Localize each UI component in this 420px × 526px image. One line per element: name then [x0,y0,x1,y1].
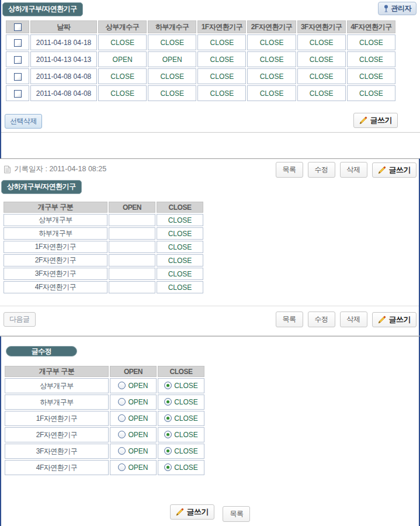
cell-value: CLOSE [247,51,296,67]
row-label: 2F자연환기구 [5,427,109,442]
table-row: 4F자연환기구 CLOSE [4,281,203,293]
header-row: 날짜 상부개수구 하부개수구 1F자연환기구 2F자연환기구 3F자연환기구 4… [6,20,395,33]
open-radio[interactable] [118,431,126,438]
row-label: 4F자연환기구 [5,460,109,475]
cell-value: CLOSE [297,34,346,50]
open-cell [109,241,155,253]
column-header: 날짜 [30,20,97,33]
row-label: 3F자연환기구 [4,268,107,280]
row-date[interactable]: 2011-04-08 04-08 [30,85,97,101]
open-radio[interactable] [118,382,126,389]
pencil-icon [378,316,386,324]
cell-value: CLOSE [247,68,296,84]
row-date[interactable]: 2011-04-18 04-18 [30,34,97,50]
row-label: 1F자연환기구 [5,411,109,426]
edit-title-badge: 글수정 [6,346,77,357]
close-radio-label: CLOSE [174,398,198,406]
row-label: 하부개구부 [5,394,109,410]
next-post-button[interactable]: 다음글 [4,312,36,327]
row-checkbox[interactable] [14,39,22,47]
open-cell [109,281,155,293]
column-header: 개구부 구분 [5,366,109,377]
row-label: 3F자연환기구 [5,444,109,459]
row-checkbox[interactable] [14,90,22,98]
open-radio[interactable] [118,414,126,422]
table-row: 2011-04-08 04-08 CLOSE CLOSE CLOSE CLOSE… [6,85,395,101]
cell-value: CLOSE [148,34,196,50]
cell-value: CLOSE [148,85,196,101]
cell-value: CLOSE [297,68,346,84]
open-radio-label: OPEN [128,382,148,390]
close-radio[interactable] [164,414,172,422]
open-radio-label: OPEN [128,414,148,423]
cell-value: CLOSE [98,68,147,84]
close-radio[interactable] [164,463,172,471]
admin-button[interactable]: 관리자 [378,2,417,15]
table-row: 2011-04-18 04-18 CLOSE CLOSE CLOSE CLOSE… [6,34,395,50]
opening-edit-table: 개구부 구분 OPEN CLOSE 상부개구부 OPEN CLOSE 하부개구부… [4,365,206,476]
delete-button[interactable]: 삭제 [340,312,367,327]
list-button[interactable]: 목록 [276,162,303,178]
cell-value: OPEN [148,51,196,67]
close-radio[interactable] [164,431,172,438]
column-header: 4F자연환기구 [347,20,395,33]
open-radio[interactable] [118,398,126,406]
column-header: OPEN [109,202,155,213]
column-header: OPEN [110,366,157,377]
close-radio[interactable] [164,382,172,389]
table-row: 3F자연환기구 CLOSE [4,268,203,280]
open-radio-label: OPEN [128,431,148,439]
list-button[interactable]: 목록 [223,506,250,522]
row-date[interactable]: 2011-04-13 04-13 [30,51,97,67]
write-button[interactable]: 글쓰기 [372,162,417,178]
open-cell [109,268,155,280]
write-button[interactable]: 글쓰기 [353,113,398,128]
edit-button[interactable]: 수정 [308,312,335,327]
table-row: 3F자연환기구 OPEN CLOSE [5,444,204,459]
table-row: 1F자연환기구 OPEN CLOSE [5,411,204,426]
select-all-checkbox[interactable] [14,23,22,31]
table-row: 2F자연환기구 OPEN CLOSE [5,427,204,442]
list-button[interactable]: 목록 [276,312,303,327]
header-row: 개구부 구분 OPEN CLOSE [4,202,203,213]
delete-selected-button[interactable]: 선택삭제 [5,114,42,129]
column-header: 2F자연환기구 [247,20,296,33]
column-header: 개구부 구분 [4,202,107,213]
close-cell: CLOSE [157,281,203,293]
cell-value: CLOSE [148,68,196,84]
row-checkbox[interactable] [14,73,22,81]
column-header: 하부개수구 [148,20,196,33]
column-header: 3F자연환기구 [297,20,346,33]
close-radio-label: CLOSE [174,431,198,439]
table-row: 2011-04-13 04-13 OPEN OPEN CLOSE CLOSE C… [6,51,395,67]
column-header: 1F자연환기구 [197,20,246,33]
pencil-icon [378,166,386,174]
row-label: 4F자연환기구 [4,281,107,293]
open-radio[interactable] [118,463,126,471]
divider [0,306,419,306]
close-radio[interactable] [164,398,172,406]
cell-value: CLOSE [197,51,246,67]
edit-button[interactable]: 수정 [308,162,335,178]
close-radio-label: CLOSE [174,463,198,472]
cell-value: CLOSE [297,51,346,67]
open-radio-label: OPEN [128,398,148,406]
write-button[interactable]: 글쓰기 [372,312,417,327]
cell-value: CLOSE [197,85,246,101]
cell-value: CLOSE [247,34,296,50]
cell-value: CLOSE [297,85,346,101]
table-row: 상부개구부 CLOSE [4,214,203,226]
cell-value: OPEN [98,51,147,67]
column-header: CLOSE [158,366,204,377]
delete-button[interactable]: 삭제 [340,162,367,178]
row-checkbox[interactable] [14,56,22,64]
close-radio-label: CLOSE [174,414,198,423]
open-radio[interactable] [118,447,126,455]
write-button[interactable]: 글쓰기 [170,504,215,520]
row-date[interactable]: 2011-04-08 04-08 [30,68,97,84]
section-title-badge: 상하개구부/자연환기구 [2,2,83,16]
open-cell [109,227,155,240]
document-icon [4,165,11,174]
close-radio[interactable] [164,447,172,455]
table-row: 4F자연환기구 OPEN CLOSE [5,460,204,475]
